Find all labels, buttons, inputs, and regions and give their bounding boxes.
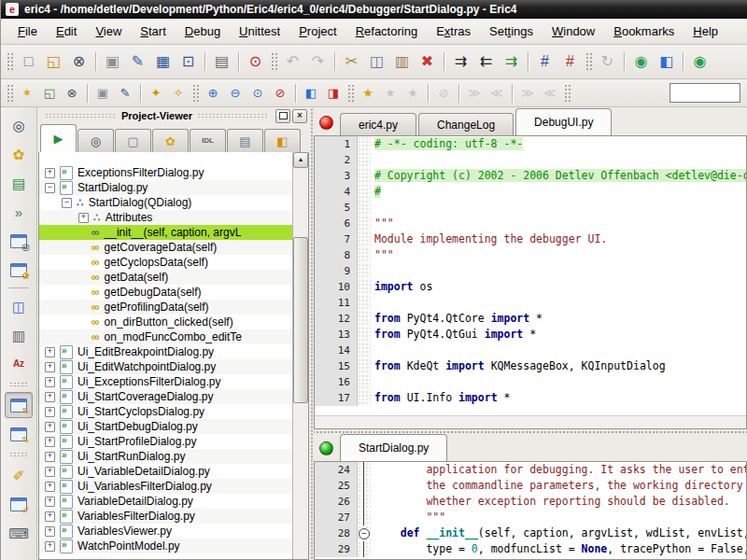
project-properties-button[interactable]: ✦ xyxy=(145,83,167,104)
menu-unittest[interactable]: Unittest xyxy=(230,21,289,42)
tree-item[interactable]: +∴Attributes xyxy=(39,210,292,225)
code-editor-top[interactable]: 1# -*- coding: utf-8 -*-23# Copyright (c… xyxy=(314,135,747,429)
copy-button[interactable]: ◫ xyxy=(364,49,389,74)
save-copy-button[interactable]: ⊡ xyxy=(176,49,201,74)
editor-tab-startdialog-py[interactable]: StartDialog.py xyxy=(340,434,447,461)
delete-button[interactable]: ✖ xyxy=(415,49,440,74)
symbols-tab[interactable]: ◧ xyxy=(264,129,301,152)
edit-button[interactable]: ✎ xyxy=(5,392,33,418)
wrench-preferences-button[interactable]: ✐ xyxy=(5,462,33,488)
zoom-button[interactable]: ⊙ xyxy=(247,83,269,104)
tree-expander-minus[interactable]: − xyxy=(62,198,72,208)
tree-item[interactable]: +VariablesViewer.py xyxy=(39,524,292,539)
tree-expander-minus[interactable]: − xyxy=(45,183,55,193)
editor-tab-changelog[interactable]: ChangeLog xyxy=(418,113,514,135)
tree-item[interactable]: −StartDialog.py xyxy=(39,180,292,195)
scrollbar-thumb[interactable] xyxy=(293,237,308,403)
tree-item[interactable]: +Ui_StartProfileDialog.py xyxy=(39,434,292,449)
tree-item[interactable]: ∞on_modFuncCombo_editTe xyxy=(39,329,292,344)
toolbar-grip[interactable] xyxy=(7,52,13,71)
tree-item[interactable]: +Ui_ExceptionsFilterDialog.py xyxy=(39,374,292,389)
tree-item[interactable]: ∞getProfilingData(self) xyxy=(39,300,292,315)
toolbar-grip[interactable] xyxy=(9,382,28,387)
tree-item[interactable]: +WatchPointModel.py xyxy=(39,539,292,553)
tree-scrollbar[interactable]: ▲ xyxy=(292,152,308,559)
resources-tab[interactable]: ▢ xyxy=(115,129,151,152)
tree-expander-plus[interactable]: + xyxy=(45,497,55,507)
others-tab[interactable]: ▤ xyxy=(227,129,263,152)
tree-item[interactable]: ∞getCyclopsData(self) xyxy=(39,255,292,270)
save-project-button[interactable]: ▣ xyxy=(92,83,114,104)
tree-item[interactable]: +ExceptionsFilterDialog.py xyxy=(39,165,292,180)
paste-button[interactable]: ▥ xyxy=(389,49,415,74)
comment-button[interactable]: # xyxy=(532,49,557,74)
tree-expander-plus[interactable]: + xyxy=(45,526,55,537)
forms-browser-button[interactable]: ✿ xyxy=(5,141,33,167)
show-windows-button[interactable]: ◧ xyxy=(654,49,679,74)
zoom-in-button[interactable]: ⊕ xyxy=(202,83,224,104)
open-project-button[interactable]: ◱ xyxy=(38,83,61,104)
tree-expander-plus[interactable]: + xyxy=(45,437,55,447)
tree-item[interactable]: +Ui_StartCyclopsDialog.py xyxy=(39,404,292,419)
next-change-button[interactable]: ≫ xyxy=(463,83,486,104)
split-view-button[interactable]: ◧ xyxy=(300,83,322,104)
menu-refactoring[interactable]: Refactoring xyxy=(346,21,427,42)
menu-window[interactable]: Window xyxy=(543,21,604,42)
tree-expander-plus[interactable]: + xyxy=(45,422,55,432)
menu-project[interactable]: Project xyxy=(289,21,345,42)
tree-item[interactable]: +Ui_EditBreakpointDialog.py xyxy=(39,344,292,359)
project-viewer-button[interactable]: ✿ xyxy=(5,257,33,283)
save-project-as-button[interactable]: ✎ xyxy=(114,83,136,104)
editor-tab-debugui-py[interactable]: DebugUI.py xyxy=(515,108,612,135)
previous-bookmark-button[interactable]: ★ xyxy=(402,83,424,104)
user-properties-button[interactable]: ✧ xyxy=(167,83,190,104)
cut-button[interactable]: ✂ xyxy=(339,49,364,74)
menu-extras[interactable]: Extras xyxy=(427,21,480,42)
close-project-button[interactable]: ⊗ xyxy=(61,83,83,104)
tree-expander-plus[interactable]: + xyxy=(45,407,55,417)
menu-file[interactable]: File xyxy=(8,21,47,42)
tree-item[interactable]: +Ui_StartDebugDialog.py xyxy=(39,419,292,434)
template-viewer-button[interactable]: Az xyxy=(5,351,33,377)
menu-edit[interactable]: Edit xyxy=(47,21,86,42)
refresh-button[interactable]: ↻ xyxy=(595,49,620,74)
open-file-button[interactable]: ◱ xyxy=(41,49,66,74)
edit-secondary-button[interactable]: ✎ xyxy=(5,421,33,447)
toolbar-grip[interactable] xyxy=(7,84,13,103)
project-viewer-header[interactable]: Project-Viewer × xyxy=(37,107,310,124)
help-viewer-button[interactable]: ◉ xyxy=(687,49,712,74)
view-profile-button[interactable]: ✐ xyxy=(5,491,33,517)
zoom-out-button[interactable]: ⊖ xyxy=(224,83,247,104)
quicksearch-input[interactable] xyxy=(669,83,740,103)
toggle-bookmark-button[interactable]: ★ xyxy=(357,83,379,104)
float-panel-button[interactable] xyxy=(275,109,290,123)
scroll-up-arrow-icon[interactable]: ▲ xyxy=(293,152,308,168)
editor-tab-eric4-py[interactable]: eric4.py xyxy=(340,113,416,135)
tree-item[interactable]: ∞getData(self) xyxy=(39,270,292,285)
zoom-reset-button[interactable]: ⊘ xyxy=(269,83,291,104)
sources-tab[interactable]: ▶ xyxy=(40,124,77,152)
tree-item[interactable]: +Ui_EditWatchpointDialog.py xyxy=(39,359,292,374)
forms-tab[interactable]: ◎ xyxy=(78,129,114,152)
toolbar-grip[interactable] xyxy=(192,84,199,103)
tree-item[interactable]: −∴StartDialog(QDialog) xyxy=(39,195,292,210)
task-viewer-button[interactable]: ▥ xyxy=(5,322,33,348)
tree-item[interactable]: +Ui_StartRunDialog.py xyxy=(39,449,292,464)
tree-expander-plus[interactable]: + xyxy=(45,452,55,462)
redo-button[interactable]: ↷ xyxy=(305,49,331,74)
tree-item[interactable]: +Ui_VariableDetailDialog.py xyxy=(39,464,292,479)
save-as-button[interactable]: ✎ xyxy=(125,49,150,74)
remove-split-button[interactable]: ◨ xyxy=(322,83,345,104)
tree-item-selected[interactable]: ∞__init__(self, caption, argvL xyxy=(39,225,292,240)
print-button[interactable]: ▤ xyxy=(209,49,234,74)
tree-expander-plus[interactable]: + xyxy=(45,362,55,372)
toolbar-grip[interactable] xyxy=(271,52,277,71)
tree-expander-plus[interactable]: + xyxy=(45,482,55,492)
code-editor-bottom[interactable]: 24 application for debugging. It asks th… xyxy=(314,461,747,560)
tree-item[interactable]: +Ui_VariablesFilterDialog.py xyxy=(39,479,292,494)
unindent-button[interactable]: ⇇ xyxy=(473,49,499,74)
smart-indent-button[interactable]: ⇉ xyxy=(499,49,524,74)
keyboard-shortcuts-button[interactable]: ⌨ xyxy=(5,520,33,546)
tree-expander-plus[interactable]: + xyxy=(78,213,89,223)
menu-view[interactable]: View xyxy=(86,21,131,42)
